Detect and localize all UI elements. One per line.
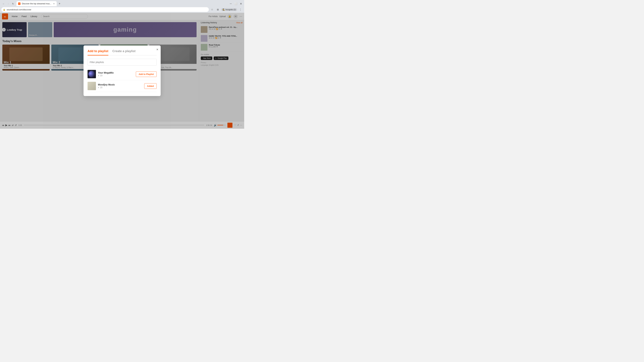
modal-overlay: × Add to playlist Create a playlist Your…	[0, 13, 244, 129]
bookmark-button[interactable]: ☆	[210, 7, 214, 12]
tab-bar: ← → ↻ SC Discover the top streamed mus..…	[0, 0, 244, 6]
playlist-info-2: Moodjoy Music ≡ 15	[98, 83, 142, 89]
modal-tabs: Add to playlist Create a playlist	[88, 49, 157, 55]
modal-tab-create-playlist[interactable]: Create a playlist	[112, 49, 136, 55]
playlist-info-1: Your MegaMix ≡ 23	[98, 71, 134, 77]
lock-icon: 🔒	[3, 8, 5, 11]
modal-close-button[interactable]: ×	[156, 48, 158, 51]
add-to-playlist-button-1[interactable]: Add to Playlist	[136, 71, 157, 77]
window-minimize-button[interactable]: ─	[229, 2, 233, 6]
incognito-badge[interactable]: 🕵 Incognito (2)	[221, 8, 237, 11]
tab-favicon: SC	[18, 2, 20, 5]
playlist-track-count-2: 15	[100, 86, 102, 89]
modal-dialog: × Add to playlist Create a playlist Your…	[84, 45, 161, 96]
playlist-meta-2: ≡ 15	[98, 86, 142, 89]
incognito-label: Incognito (2)	[226, 8, 236, 10]
address-bar-wrap: 🔒	[1, 7, 209, 12]
tab-close-button[interactable]: ✕	[53, 2, 55, 5]
modal-tab-add-to-playlist[interactable]: Add to playlist	[88, 49, 108, 55]
playlist-item-1: Your MegaMix ≡ 23 Add to Playlist	[88, 68, 157, 80]
playlist-thumb-1	[88, 70, 96, 78]
incognito-icon: 🕵	[222, 8, 225, 11]
profile-switcher-button[interactable]: ⊞	[216, 7, 220, 12]
address-bar-input[interactable]	[1, 7, 209, 12]
browser-chrome: ← → ↻ SC Discover the top streamed mus..…	[0, 0, 244, 13]
playlist-thumb-2	[88, 82, 96, 90]
added-button-2[interactable]: Added	[144, 83, 157, 89]
window-close-button[interactable]: ✕	[239, 2, 243, 6]
window-maximize-button[interactable]: ⬜	[234, 2, 238, 6]
browser-menu-button[interactable]: ⋮	[238, 7, 243, 12]
playlist-track-icon-2: ≡	[98, 86, 99, 89]
playlist-name-2: Moodjoy Music	[98, 83, 142, 86]
playlist-track-count-1: 23	[100, 74, 102, 77]
playlist-track-icon-1: ≡	[98, 74, 99, 77]
address-bar-row: 🔒 ☆ ⊞ 🕵 Incognito (2) ⋮	[0, 6, 244, 13]
tab-title: Discover the top streamed mus...	[22, 2, 51, 5]
playlist-name-1: Your MegaMix	[98, 71, 134, 74]
nav-back-button[interactable]: ←	[1, 1, 6, 6]
playlist-item-2: Moodjoy Music ≡ 15 Added	[88, 80, 157, 92]
new-tab-button[interactable]: +	[57, 1, 62, 6]
playlist-meta-1: ≡ 23	[98, 74, 134, 77]
nav-forward-button[interactable]: →	[6, 1, 10, 6]
browser-tab[interactable]: SC Discover the top streamed mus... ✕	[16, 1, 57, 6]
page-content: SC Home Feed Library For Artists Upload …	[0, 13, 244, 129]
filter-playlists-input[interactable]	[88, 59, 157, 65]
nav-reload-button[interactable]: ↻	[11, 1, 15, 6]
